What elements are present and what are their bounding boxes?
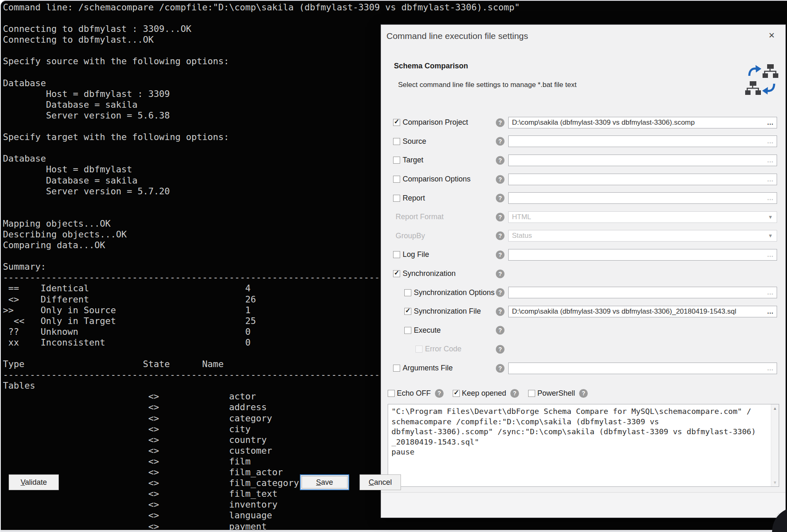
synchronization-file-label: Synchronization File: [414, 307, 481, 316]
help-icon[interactable]: ?: [496, 326, 505, 335]
help-icon[interactable]: ?: [496, 118, 505, 127]
check-icon: ✓: [394, 269, 399, 277]
header-title: Schema Comparison: [394, 62, 468, 70]
check-icon: ✓: [405, 307, 410, 314]
comparison-options-checkbox[interactable]: [393, 176, 400, 183]
log-file-input[interactable]: …: [508, 249, 777, 261]
source-input[interactable]: …: [508, 135, 777, 147]
help-icon[interactable]: ?: [496, 232, 505, 240]
help-icon[interactable]: ?: [496, 307, 505, 316]
chevron-down-icon: ▼: [768, 214, 777, 220]
keep-opened-checkbox[interactable]: ✓: [453, 390, 460, 397]
row-report: Report?…: [381, 189, 785, 208]
help-icon[interactable]: ?: [496, 137, 505, 146]
echo-off-checkbox[interactable]: [388, 390, 395, 397]
row-log-file: Log File?…: [381, 245, 785, 264]
arguments-file-input[interactable]: …: [508, 363, 777, 374]
powershell-label: PowerShell: [537, 389, 575, 398]
synchronization-options-label: Synchronization Options: [414, 288, 495, 297]
help-icon[interactable]: ?: [496, 156, 505, 164]
help-icon[interactable]: ?: [579, 389, 588, 398]
target-input[interactable]: …: [508, 155, 777, 166]
synchronization-checkbox[interactable]: ✓: [393, 270, 400, 277]
report-input[interactable]: …: [508, 192, 777, 204]
help-icon[interactable]: ?: [496, 213, 505, 221]
comparison-project-input[interactable]: D:\comp\sakila (dbfmylast-3309 vs dbfmyl…: [508, 117, 777, 128]
execute-label: Execute: [414, 326, 441, 335]
app-window: Command line: /schemacompare /compfile:"…: [0, 0, 787, 532]
header-subtitle: Select command line file settings to man…: [398, 81, 577, 89]
help-icon[interactable]: ?: [496, 288, 505, 297]
synchronization-label: Synchronization: [403, 269, 456, 278]
save-button[interactable]: Save: [300, 474, 349, 490]
arguments-file-label: Arguments File: [403, 364, 453, 372]
dialog-title: Command line execution file settings: [386, 31, 528, 41]
command-line-execution-dialog: Command line execution file settings ✕ S…: [381, 24, 786, 518]
comparison-project-checkbox[interactable]: ✓: [393, 119, 400, 126]
flag-keep-opened: ✓Keep opened?: [453, 389, 519, 398]
browse-button[interactable]: …: [764, 176, 777, 183]
cancel-button[interactable]: Cancel: [360, 474, 401, 490]
row-error-code: Error Code?: [381, 340, 785, 359]
browse-button[interactable]: …: [764, 138, 777, 145]
report-checkbox[interactable]: [393, 195, 400, 202]
report-format-value: HTML: [509, 213, 768, 221]
browse-button[interactable]: …: [764, 289, 777, 296]
browse-button[interactable]: …: [764, 251, 777, 259]
arguments-file-checkbox[interactable]: [393, 365, 400, 372]
row-synchronization-file: ✓Synchronization File?D:\comp\sakila (db…: [381, 302, 785, 321]
settings-rows: ✓Comparison Project?D:\comp\sakila (dbfm…: [381, 113, 785, 377]
help-icon[interactable]: ?: [496, 175, 505, 184]
schema-comparison-icon: [745, 64, 779, 96]
row-synchronization-options: Synchronization Options?…: [381, 283, 785, 302]
groupby-select: Status▼: [508, 230, 777, 242]
close-button[interactable]: ✕: [764, 28, 779, 42]
source-checkbox[interactable]: [393, 138, 400, 145]
groupby-value: Status: [509, 232, 768, 240]
comparison-options-label: Comparison Options: [403, 175, 471, 184]
synchronization-options-input[interactable]: …: [508, 287, 777, 298]
execute-checkbox[interactable]: [404, 327, 411, 334]
powershell-checkbox[interactable]: [528, 390, 535, 397]
row-report-format: Report Format?HTML▼: [381, 208, 785, 227]
help-icon[interactable]: ?: [496, 194, 505, 203]
help-icon[interactable]: ?: [496, 345, 505, 353]
browse-button[interactable]: …: [764, 157, 777, 164]
synchronization-file-value: D:\comp\sakila (dbfmylast-3309 vs dbfmyl…: [509, 307, 764, 316]
row-comparison-project: ✓Comparison Project?D:\comp\sakila (dbfm…: [381, 113, 785, 132]
synchronization-file-input[interactable]: D:\comp\sakila (dbfmylast-3309 vs dbfmyl…: [508, 306, 777, 317]
flags-row: Echo OFF?✓Keep opened?PowerShell?: [388, 386, 597, 400]
comparison-options-input[interactable]: …: [508, 174, 777, 185]
help-icon[interactable]: ?: [496, 269, 505, 278]
row-groupby: GroupBy?Status▼: [381, 227, 785, 246]
help-icon[interactable]: ?: [496, 250, 505, 259]
validate-button[interactable]: Validate: [9, 474, 59, 490]
target-checkbox[interactable]: [393, 157, 400, 164]
log-file-label: Log File: [403, 250, 429, 259]
bat-text-area[interactable]: "C:\Program Files\Devart\dbForge Schema …: [388, 404, 779, 487]
help-icon[interactable]: ?: [496, 364, 505, 372]
help-icon[interactable]: ?: [510, 389, 519, 398]
comparison-project-value: D:\comp\sakila (dbfmylast-3309 vs dbfmyl…: [509, 118, 764, 127]
row-source: Source?…: [381, 132, 785, 151]
browse-button[interactable]: …: [764, 119, 777, 126]
scroll-down-icon[interactable]: ▼: [771, 480, 779, 485]
scrollbar[interactable]: ▲ ▼: [771, 404, 779, 486]
browse-button[interactable]: …: [764, 194, 777, 202]
log-file-checkbox[interactable]: [393, 251, 400, 258]
scroll-up-icon[interactable]: ▲: [771, 406, 779, 411]
keep-opened-label: Keep opened: [462, 389, 506, 398]
row-execute: Execute?: [381, 321, 785, 340]
help-icon[interactable]: ?: [435, 389, 444, 398]
row-comparison-options: Comparison Options?…: [381, 170, 785, 189]
error-code-label: Error Code: [425, 345, 461, 353]
row-target: Target?…: [381, 151, 785, 170]
check-icon: ✓: [394, 118, 399, 126]
browse-button[interactable]: …: [764, 365, 777, 372]
flag-powershell: PowerShell?: [528, 389, 588, 398]
synchronization-file-checkbox[interactable]: ✓: [404, 308, 411, 315]
groupby-label: GroupBy: [396, 232, 425, 240]
synchronization-options-checkbox[interactable]: [404, 289, 411, 296]
browse-button[interactable]: …: [764, 308, 777, 315]
check-icon: ✓: [454, 389, 459, 397]
